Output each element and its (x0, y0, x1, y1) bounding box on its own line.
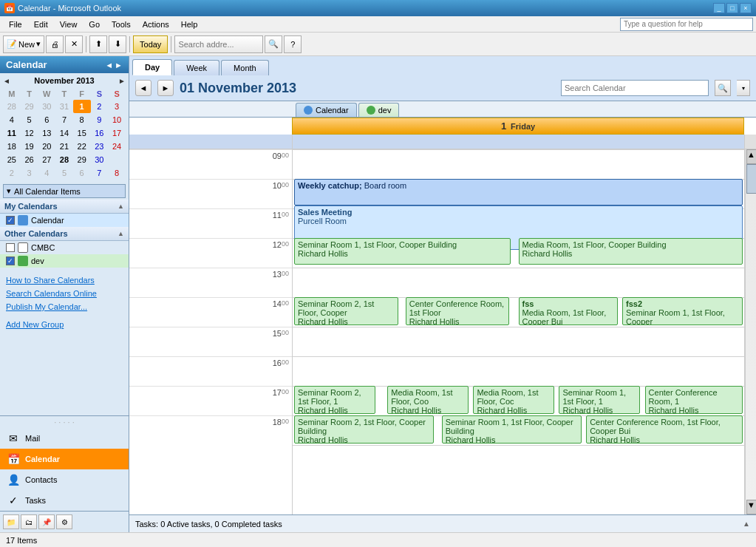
cal-tab-dev[interactable]: dev (358, 103, 400, 117)
prev-day-button[interactable]: ◄ (135, 80, 151, 96)
cal-day-15[interactable]: 15 (73, 126, 91, 140)
cal-day-5-dec[interactable]: 5 (55, 166, 73, 180)
dev-checkbox[interactable]: ✓ (6, 256, 15, 265)
how-to-share-link[interactable]: How to Share Calendars (0, 274, 129, 287)
cal-day-28-oct[interactable]: 28 (3, 100, 21, 113)
sidebar-collapse-right[interactable]: ► (115, 61, 123, 69)
event-seminar1[interactable]: Seminar Room 1, 1st Floor, Cooper Buildi… (294, 238, 511, 265)
cal-day-26[interactable]: 26 (21, 153, 38, 166)
nav-item-tasks[interactable]: ✓ Tasks (0, 490, 129, 511)
tasks-bar-collapse[interactable]: ▲ (743, 520, 750, 528)
nav-bottom-configure[interactable]: ⚙ (56, 514, 72, 529)
help-button[interactable]: ? (284, 35, 302, 53)
cal-day-10[interactable]: 10 (108, 113, 126, 126)
cal-day-6[interactable]: 6 (38, 113, 55, 126)
cal-day-24[interactable]: 24 (108, 140, 126, 153)
nav-item-mail[interactable]: ✉ Mail (0, 428, 129, 449)
menu-help[interactable]: Help (175, 18, 204, 30)
event-18-1[interactable]: Seminar Room 2, 1st Floor, Cooper Buildi… (294, 415, 434, 444)
cal-day-17[interactable]: 17 (108, 126, 126, 140)
event-fss2[interactable]: fss2 Seminar Room 1, 1st Floor, Cooper R… (622, 297, 743, 325)
dev-item[interactable]: ✓ dev (0, 254, 129, 268)
event-18-3[interactable]: Center Conference Room, 1st Floor, Coope… (586, 415, 743, 444)
cal-day-25[interactable]: 25 (3, 153, 21, 166)
cal-day-3-dec[interactable]: 3 (21, 166, 38, 180)
menu-tools[interactable]: Tools (106, 18, 137, 30)
cal-day-16[interactable]: 16 (91, 126, 109, 140)
cal-day-8[interactable]: 8 (73, 113, 91, 126)
calendar-item-calendar[interactable]: ✓ Calendar (0, 214, 129, 227)
title-bar-controls[interactable]: _ □ × (713, 3, 752, 13)
delete-button[interactable]: ✕ (65, 35, 83, 53)
cal-day-14[interactable]: 14 (55, 126, 73, 140)
cal-day-7-dec[interactable]: 7 (91, 166, 109, 180)
event-media1[interactable]: Media Room, 1st Floor, Cooper Building R… (519, 238, 743, 265)
menu-actions[interactable]: Actions (137, 18, 175, 30)
new-dropdown-arrow[interactable]: ▾ (36, 39, 41, 49)
event-weekly-catchup[interactable]: Weekly catchup; Board room (294, 179, 743, 205)
cal-day-30[interactable]: 30 (91, 153, 109, 166)
cal-day-23[interactable]: 23 (91, 140, 109, 153)
minimize-button[interactable]: _ (713, 3, 725, 13)
move-down-button[interactable]: ⬇ (109, 35, 126, 53)
event-17-4[interactable]: Seminar Room 1, 1st Floor, 1 Richard Hol… (559, 386, 640, 414)
sidebar-collapse-left[interactable]: ◄ (105, 61, 113, 69)
event-fss[interactable]: fss Media Room, 1st Floor, Cooper Bui Ri… (519, 297, 618, 325)
scrollbar[interactable]: ▲ ▼ (744, 135, 756, 514)
cal-day-28[interactable]: 28 (55, 153, 73, 166)
publish-calendar-link[interactable]: Publish My Calendar... (0, 300, 129, 313)
event-17-1[interactable]: Seminar Room 2, 1st Floor, 1 Richard Hol… (294, 386, 375, 414)
address-search-button[interactable]: 🔍 (265, 35, 282, 53)
today-button[interactable]: Today (133, 35, 168, 53)
calendar-checkbox[interactable]: ✓ (6, 216, 15, 225)
cal-day-31-oct[interactable]: 31 (55, 100, 73, 113)
nav-item-contacts[interactable]: 👤 Contacts (0, 469, 129, 490)
mini-cal-prev[interactable]: ◄ (3, 77, 10, 85)
move-up-button[interactable]: ⬆ (89, 35, 107, 53)
menu-view[interactable]: View (54, 18, 84, 30)
cal-day-2[interactable]: 2 (91, 100, 109, 113)
next-day-button[interactable]: ► (157, 80, 174, 96)
nav-item-calendar[interactable]: 📅 Calendar (0, 449, 129, 469)
menu-file[interactable]: File (3, 18, 28, 30)
ask-question-input[interactable] (620, 18, 753, 31)
cmbc-item[interactable]: CMBC (0, 241, 129, 254)
cal-day-11[interactable]: 11 (3, 126, 21, 140)
menu-edit[interactable]: Edit (28, 18, 54, 30)
cmbc-checkbox[interactable] (6, 243, 15, 252)
tab-month[interactable]: Month (221, 60, 269, 75)
cal-day-29[interactable]: 29 (73, 153, 91, 166)
event-17-2[interactable]: Media Room, 1st Floor, Coo Richard Holli… (387, 386, 469, 414)
my-calendars-header[interactable]: My Calendars ▲ (0, 200, 129, 214)
cal-day-7[interactable]: 7 (55, 113, 73, 126)
cal-day-9[interactable]: 9 (91, 113, 109, 126)
cal-day-1[interactable]: 1 (73, 100, 91, 113)
cal-day-3[interactable]: 3 (108, 100, 126, 113)
cal-day-27[interactable]: 27 (38, 153, 55, 166)
print-button[interactable]: 🖨 (46, 35, 64, 53)
restore-button[interactable]: □ (726, 3, 738, 13)
event-18-2[interactable]: Seminar Room 1, 1st Floor, Cooper Buildi… (442, 415, 582, 444)
search-calendar-button[interactable]: 🔍 (715, 80, 731, 96)
cal-day-18[interactable]: 18 (3, 140, 21, 153)
cal-day-12[interactable]: 12 (21, 126, 38, 140)
menu-go[interactable]: Go (83, 18, 106, 30)
other-calendars-collapse[interactable]: ▲ (118, 230, 124, 237)
cal-day-8-dec[interactable]: 8 (108, 166, 126, 180)
close-button[interactable]: × (740, 3, 752, 13)
event-seminar2[interactable]: Seminar Room 2, 1st Floor, Cooper Richar… (294, 297, 398, 325)
cal-day-21[interactable]: 21 (55, 140, 73, 153)
cal-day-22[interactable]: 22 (73, 140, 91, 153)
cal-day-4-dec[interactable]: 4 (38, 166, 55, 180)
new-button[interactable]: 📝 New ▾ (3, 35, 44, 53)
mini-cal-next[interactable]: ► (118, 77, 126, 85)
all-calendar-items[interactable]: ▾ All Calendar Items (3, 184, 126, 198)
search-calendar-input[interactable] (561, 80, 709, 96)
cal-day-19[interactable]: 19 (21, 140, 38, 153)
other-calendars-header[interactable]: Other Calendars ▲ (0, 227, 129, 241)
cal-day-30-oct[interactable]: 30 (38, 100, 55, 113)
cal-day-4[interactable]: 4 (3, 113, 21, 126)
search-calendar-dropdown[interactable]: ▾ (737, 80, 750, 96)
event-17-5[interactable]: Center Conference Room, 1 Richard Hollis (645, 386, 743, 414)
tab-day[interactable]: Day (132, 59, 172, 75)
